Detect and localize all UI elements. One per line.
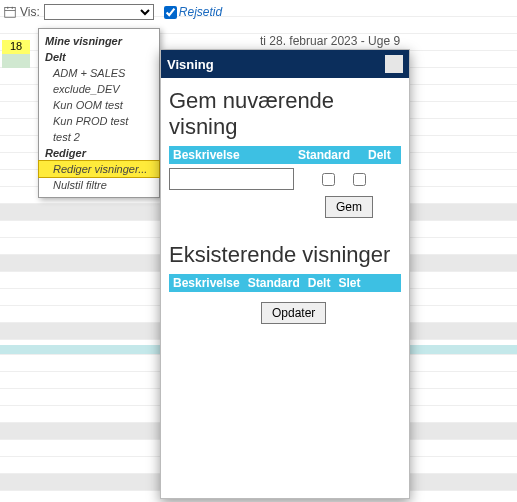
vis-select[interactable] [44, 4, 154, 20]
rejsetid-label: Rejsetid [179, 5, 222, 19]
dropdown-group-rediger: Rediger [39, 145, 159, 161]
rejsetid-checkbox[interactable] [164, 6, 177, 19]
table-header-existing: Beskrivelse Standard Delt Slet [169, 274, 401, 292]
opdater-button[interactable]: Opdater [261, 302, 326, 324]
calendar-cell[interactable] [2, 54, 30, 68]
dropdown-item[interactable]: test 2 [39, 129, 159, 145]
dropdown-item-reset-filters[interactable]: Nulstil filtre [39, 177, 159, 193]
dropdown-item[interactable]: Kun PROD test [39, 113, 159, 129]
col-standard2: Standard [244, 274, 304, 292]
dropdown-group-delt: Delt [39, 49, 159, 65]
standard-checkbox[interactable] [322, 173, 335, 186]
calendar-icon [4, 6, 16, 18]
dropdown-group-mine: Mine visninger [39, 33, 159, 49]
gem-button[interactable]: Gem [325, 196, 373, 218]
col-beskrivelse2: Beskrivelse [169, 274, 244, 292]
visning-panel: Visning Gem nuværende visning Beskrivels… [160, 49, 410, 499]
col-standard: Standard [294, 146, 364, 164]
col-delt: Delt [364, 146, 395, 164]
beskrivelse-input[interactable] [169, 168, 294, 190]
svg-rect-0 [5, 8, 16, 18]
col-beskrivelse: Beskrivelse [169, 146, 294, 164]
close-icon[interactable] [385, 55, 403, 73]
dropdown-item[interactable]: Kun OOM test [39, 97, 159, 113]
date-header: ti 28. februar 2023 - Uge 9 [260, 34, 400, 48]
table-header: Beskrivelse Standard Delt [169, 146, 401, 164]
panel-title: Visning [167, 57, 214, 72]
views-dropdown: Mine visninger Delt ADM + SALES exclude_… [38, 28, 160, 198]
existing-heading: Eksisterende visninger [169, 242, 401, 268]
dropdown-item-edit-views[interactable]: Rediger visninger... [39, 161, 159, 177]
col-delt2: Delt [304, 274, 335, 292]
vis-label: Vis: [20, 5, 40, 19]
col-slet: Slet [334, 274, 364, 292]
dropdown-item[interactable]: exclude_DEV [39, 81, 159, 97]
dropdown-item[interactable]: ADM + SALES [39, 65, 159, 81]
calendar-day[interactable]: 18 [2, 40, 30, 54]
delt-checkbox[interactable] [353, 173, 366, 186]
save-heading: Gem nuværende visning [169, 88, 401, 140]
